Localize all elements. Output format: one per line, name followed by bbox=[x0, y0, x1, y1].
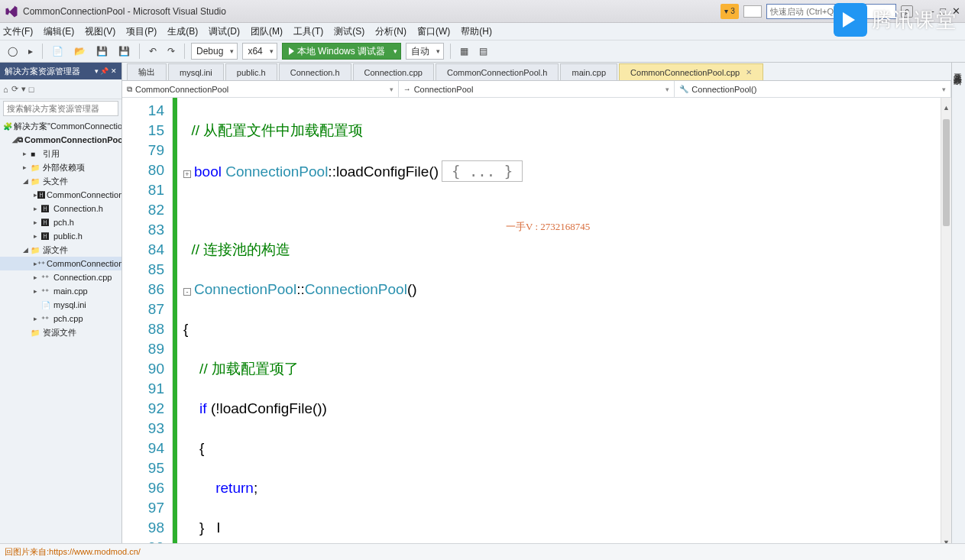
menu-help[interactable]: 帮助(H) bbox=[461, 25, 492, 38]
menu-window[interactable]: 窗口(W) bbox=[417, 25, 450, 38]
nav-back-icon[interactable]: ◯ bbox=[5, 44, 21, 58]
minimize-button[interactable]: — bbox=[924, 5, 934, 17]
refs-node[interactable]: ▸■引用 bbox=[0, 147, 121, 160]
menu-analyze[interactable]: 分析(N) bbox=[375, 25, 406, 38]
tree-item[interactable]: ▸⁺⁺Connection.cpp bbox=[0, 270, 121, 284]
solution-node[interactable]: 🧩解决方案"CommonConnectionPool" bbox=[0, 119, 121, 133]
auto-dropdown[interactable]: 自动 bbox=[406, 43, 444, 60]
code-area[interactable]: 1415798081828384858687888990919293949596… bbox=[122, 98, 951, 543]
titlebar: CommonConnectionPool - Microsoft Visual … bbox=[0, 0, 965, 23]
show-all-icon[interactable]: □ bbox=[29, 85, 34, 94]
scroll-thumb[interactable] bbox=[943, 119, 950, 226]
refresh-icon[interactable]: ⟳ bbox=[11, 84, 18, 94]
maximize-button[interactable]: □ bbox=[940, 5, 946, 17]
solution-explorer: 解决方案资源管理器 ▾ 📌 ✕ ⌂ ⟳ ▾ □ 🧩解决方案"CommonConn… bbox=[0, 63, 122, 543]
menu-debug[interactable]: 调试(D) bbox=[209, 25, 240, 38]
ext-node[interactable]: ▸📁外部依赖项 bbox=[0, 160, 121, 174]
editor-region: 输出 mysql.ini public.h Connection.h Conne… bbox=[122, 63, 951, 543]
nav-fwd-icon[interactable]: ▸ bbox=[25, 44, 36, 58]
tab-file[interactable]: CommonConnectionPool.h bbox=[436, 63, 559, 80]
solution-toolbar: ⌂ ⟳ ▾ □ bbox=[0, 79, 121, 99]
tab-file[interactable]: Connection.h bbox=[279, 63, 351, 80]
menu-file[interactable]: 文件(F) bbox=[3, 25, 33, 38]
open-icon[interactable]: 📂 bbox=[71, 44, 89, 58]
quick-launch-input[interactable] bbox=[766, 4, 896, 19]
scroll-up-icon[interactable]: ▲ bbox=[941, 98, 951, 108]
code-navbar: ⧉CommonConnectionPool →ConnectionPool 🔧C… bbox=[122, 81, 951, 98]
tool-icon[interactable]: ▤ bbox=[476, 44, 491, 58]
tree-item[interactable]: ▸🅷Connection.h bbox=[0, 202, 121, 215]
tree-item[interactable]: ▸🅷public.h bbox=[0, 229, 121, 243]
feedback-icon[interactable]: ρ bbox=[901, 5, 913, 18]
member-dropdown[interactable]: 🔧ConnectionPool() bbox=[675, 81, 951, 97]
scope-dropdown[interactable]: ⧉CommonConnectionPool bbox=[122, 81, 399, 97]
tree-item-active[interactable]: ▸⁺⁺CommonConnectionPool.cpp bbox=[0, 257, 121, 270]
class-dropdown[interactable]: →ConnectionPool bbox=[399, 81, 675, 97]
tab-file[interactable]: public.h bbox=[225, 63, 277, 80]
solution-explorer-title: 解决方案资源管理器 bbox=[5, 66, 80, 77]
menubar: 文件(F) 编辑(E) 视图(V) 项目(P) 生成(B) 调试(D) 团队(M… bbox=[0, 23, 965, 40]
tree-item[interactable]: ▸⁺⁺main.cpp bbox=[0, 284, 121, 298]
save-icon[interactable]: 💾 bbox=[93, 44, 111, 58]
toolbar: ◯ ▸ 📄 📂 💾 💾 ↶ ↷ Debug x64 本地 Windows 调试器… bbox=[0, 40, 965, 63]
vertical-scrollbar[interactable]: ▲ ▼ bbox=[941, 98, 951, 543]
sources-folder[interactable]: ◢📁源文件 bbox=[0, 243, 121, 257]
platform-dropdown[interactable]: x64 bbox=[242, 43, 277, 60]
redo-icon[interactable]: ↷ bbox=[164, 44, 178, 58]
collapse-icon[interactable]: ▾ bbox=[21, 84, 26, 94]
tree-item[interactable]: 📄mysql.ini bbox=[0, 298, 121, 312]
pin-icon[interactable]: ▾ 📌 ✕ bbox=[95, 67, 117, 75]
tab-file-active[interactable]: CommonConnectionPool.cpp✕ bbox=[619, 63, 763, 80]
project-node[interactable]: ◢⧉CommonConnectionPool bbox=[0, 133, 121, 147]
watermark-text: 一手V : 2732168745 bbox=[506, 217, 590, 237]
headers-folder[interactable]: ◢📁头文件 bbox=[0, 174, 121, 188]
line-gutter: 1415798081828384858687888990919293949596… bbox=[122, 98, 173, 543]
menu-test[interactable]: 测试(S) bbox=[334, 25, 364, 38]
document-tabs: 输出 mysql.ini public.h Connection.h Conne… bbox=[122, 63, 951, 81]
notification-badge[interactable]: ▾ 3 bbox=[721, 4, 739, 19]
tool-icon[interactable]: ▦ bbox=[457, 44, 471, 58]
tab-file[interactable]: main.cpp bbox=[560, 63, 617, 80]
solution-tree: 🧩解决方案"CommonConnectionPool" ◢⧉CommonConn… bbox=[0, 118, 121, 543]
tab-file[interactable]: mysql.ini bbox=[168, 63, 224, 80]
menu-edit[interactable]: 编辑(E) bbox=[44, 25, 74, 38]
sync-icon[interactable] bbox=[743, 5, 762, 18]
start-debug-button[interactable]: 本地 Windows 调试器 bbox=[282, 43, 401, 60]
tab-file[interactable]: Connection.cpp bbox=[353, 63, 434, 80]
right-panel-tabs[interactable]: 工具箱 诊断工具 bbox=[951, 63, 965, 543]
menu-build[interactable]: 生成(B) bbox=[167, 25, 198, 38]
menu-team[interactable]: 团队(M) bbox=[251, 25, 283, 38]
close-button[interactable]: ✕ bbox=[952, 5, 960, 17]
menu-project[interactable]: 项目(P) bbox=[126, 25, 157, 38]
source-text[interactable]: // 从配置文件中加载配置项 +bool ConnectionPool::loa… bbox=[177, 98, 951, 543]
tree-item[interactable]: ▸🅷CommonConnectionPool.h bbox=[0, 188, 121, 202]
scroll-down-icon[interactable]: ▼ bbox=[941, 532, 951, 543]
tab-output[interactable]: 输出 bbox=[127, 63, 167, 80]
window-title: CommonConnectionPool - Microsoft Visual … bbox=[23, 6, 721, 17]
close-icon[interactable]: ✕ bbox=[746, 68, 752, 76]
config-dropdown[interactable]: Debug bbox=[191, 43, 238, 60]
new-file-icon[interactable]: 📄 bbox=[49, 44, 66, 58]
tree-item[interactable]: ▸⁺⁺pch.cpp bbox=[0, 312, 121, 325]
footer-source: 回图片来自:https://www.modmod.cn/ bbox=[0, 543, 965, 560]
save-all-icon[interactable]: 💾 bbox=[115, 44, 133, 58]
undo-icon[interactable]: ↶ bbox=[146, 44, 160, 58]
solution-explorer-header: 解决方案资源管理器 ▾ 📌 ✕ bbox=[0, 63, 121, 79]
tree-item[interactable]: ▸🅷pch.h bbox=[0, 215, 121, 229]
solution-search-input[interactable] bbox=[3, 101, 118, 116]
home-icon[interactable]: ⌂ bbox=[3, 85, 8, 94]
vs-logo-icon bbox=[5, 5, 18, 18]
resources-folder[interactable]: 📁资源文件 bbox=[0, 325, 121, 339]
menu-view[interactable]: 视图(V) bbox=[85, 25, 115, 38]
menu-tools[interactable]: 工具(T) bbox=[293, 25, 323, 38]
